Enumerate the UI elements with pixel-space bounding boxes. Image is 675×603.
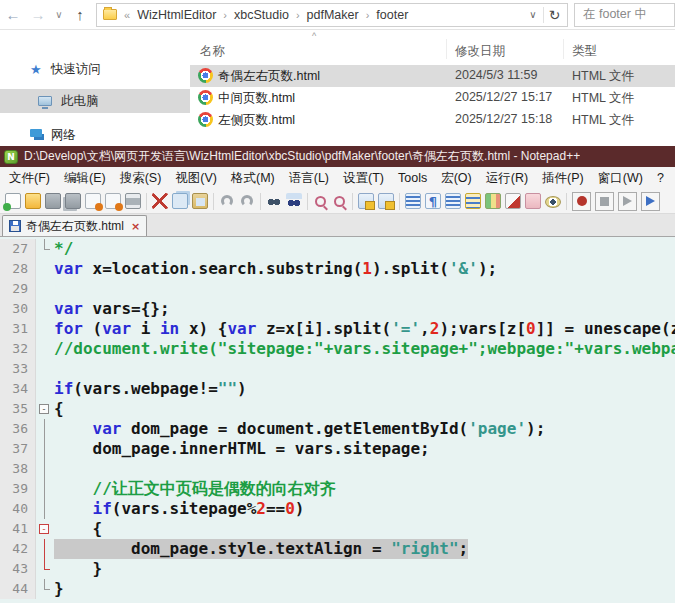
address-dropdown-icon[interactable]: ∨: [523, 9, 543, 20]
show-all-chars-icon[interactable]: ¶: [425, 193, 441, 209]
breadcrumb-segment[interactable]: footer: [376, 8, 408, 22]
menu-F[interactable]: 文件(F): [2, 167, 57, 189]
search-box[interactable]: 在 footer 中: [574, 3, 675, 27]
fold-margin[interactable]: [36, 559, 54, 579]
up-button[interactable]: ↑: [68, 6, 92, 23]
menu-E[interactable]: 编辑(E): [57, 167, 113, 189]
cut-icon[interactable]: [152, 193, 168, 209]
fold-margin[interactable]: [36, 359, 54, 379]
fold-margin[interactable]: [36, 579, 54, 599]
menu-V[interactable]: 视图(V): [168, 167, 224, 189]
code-text: var x=location.search.substring(1).split…: [54, 259, 497, 279]
paste-icon[interactable]: [192, 193, 208, 209]
fold-margin[interactable]: [36, 499, 54, 519]
sync-h-icon[interactable]: [378, 193, 394, 209]
code-segment: if(vars.sitepage%2==0): [54, 499, 304, 519]
code-text: dom_page.style.textAlign = "right";: [54, 539, 468, 559]
menu-?[interactable]: ?: [650, 167, 671, 189]
refresh-icon[interactable]: ↻: [543, 7, 565, 23]
file-row[interactable]: 左侧页数.html2025/12/27 15:18HTML 文件: [190, 109, 675, 131]
sync-v-icon[interactable]: [358, 193, 374, 209]
undo-icon[interactable]: [221, 195, 233, 207]
save-icon[interactable]: [45, 193, 61, 209]
function-list-icon[interactable]: [465, 193, 481, 209]
token-default: (: [83, 319, 102, 338]
fold-margin[interactable]: [36, 379, 54, 399]
fold-margin[interactable]: [36, 479, 54, 499]
sidebar-item-label: 网络: [51, 127, 76, 144]
column-header-date[interactable]: 修改日期: [455, 43, 505, 60]
fold-margin[interactable]: [36, 459, 54, 479]
fold-margin[interactable]: [36, 299, 54, 319]
copy-icon[interactable]: [172, 193, 188, 209]
code-editor[interactable]: 27*/28var x=location.search.substring(1)…: [0, 237, 675, 603]
close-file-icon[interactable]: [85, 193, 101, 209]
fold-margin[interactable]: [36, 539, 54, 559]
play-macro-icon[interactable]: [623, 196, 632, 206]
print-icon[interactable]: [125, 193, 141, 209]
tab-close-icon[interactable]: ×: [129, 221, 140, 232]
fold-toggle-icon[interactable]: -: [39, 404, 49, 414]
file-row[interactable]: 奇偶左右页数.html2024/5/3 11:59HTML 文件: [190, 65, 675, 87]
sidebar-item-1[interactable]: ★快速访问: [0, 57, 190, 81]
breadcrumb-segment[interactable]: WizHtmlEditor: [137, 8, 216, 22]
tab-active-file[interactable]: 奇偶左右页数.html ×: [2, 215, 147, 236]
zoom-in-icon[interactable]: [315, 196, 326, 207]
fold-margin[interactable]: [36, 239, 54, 259]
folder-workspace-icon[interactable]: [525, 193, 541, 209]
find-icon[interactable]: [266, 193, 282, 209]
fold-margin[interactable]: [36, 419, 54, 439]
record-macro-icon[interactable]: [577, 196, 587, 206]
menu-T[interactable]: 设置(T): [336, 167, 391, 189]
menu-M[interactable]: 格式(M): [224, 167, 282, 189]
sidebar-item-3[interactable]: 网络: [0, 123, 190, 147]
breadcrumb-segment[interactable]: xbcStudio: [234, 8, 289, 22]
view-browser-icon[interactable]: [545, 196, 561, 208]
column-header-type[interactable]: 类型: [572, 43, 597, 60]
menu-L[interactable]: 语言(L): [282, 167, 336, 189]
zoom-out-icon[interactable]: [334, 196, 345, 207]
play-macro-button[interactable]: [618, 192, 637, 211]
notepad-titlebar[interactable]: N D:\Develop\文档\网页开发语言\WizHtmlEditor\xbc…: [0, 146, 675, 167]
doc-switcher-icon[interactable]: [505, 193, 521, 209]
breadcrumb-segment[interactable]: pdfMaker: [307, 8, 359, 22]
column-header-name[interactable]: 名称: [200, 43, 225, 60]
doc-map-icon[interactable]: [485, 193, 501, 209]
code-text: for (var i in x) {var z=x[i].split('=',2…: [54, 319, 675, 339]
replace-icon[interactable]: [286, 193, 302, 209]
run-macro-multi-button[interactable]: [641, 192, 660, 211]
fold-margin[interactable]: [36, 319, 54, 339]
stop-macro-button[interactable]: [595, 192, 614, 211]
screen: ← → ∨ ↑ «WizHtmlEditor›xbcStudio›pdfMake…: [0, 0, 675, 603]
forward-button[interactable]: →: [26, 6, 50, 23]
menu-P[interactable]: 插件(P): [535, 167, 591, 189]
file-row[interactable]: 中间页数.html2025/12/27 15:17HTML 文件: [190, 87, 675, 109]
save-all-icon[interactable]: [65, 193, 81, 209]
fold-margin[interactable]: [36, 279, 54, 299]
menu-S[interactable]: 搜索(S): [113, 167, 169, 189]
indent-guide-icon[interactable]: [445, 193, 461, 209]
address-bar[interactable]: «WizHtmlEditor›xbcStudio›pdfMaker›footer…: [96, 3, 568, 27]
close-all-icon[interactable]: [105, 193, 121, 209]
fold-margin[interactable]: -: [36, 519, 54, 539]
history-dropdown-icon[interactable]: ∨: [50, 9, 68, 20]
redo-icon[interactable]: [241, 195, 253, 207]
new-file-icon[interactable]: [5, 193, 21, 209]
stop-macro-icon[interactable]: [600, 197, 609, 206]
fold-toggle-icon[interactable]: -: [39, 524, 49, 534]
sidebar-item-2[interactable]: 此电脑: [0, 89, 190, 113]
word-wrap-icon[interactable]: [405, 193, 421, 209]
fold-margin[interactable]: -: [36, 399, 54, 419]
menu-O[interactable]: 宏(O): [434, 167, 479, 189]
back-button[interactable]: ←: [0, 6, 26, 23]
run-macro-multi-icon[interactable]: [646, 196, 655, 206]
menu-R[interactable]: 运行(R): [479, 167, 535, 189]
fold-margin[interactable]: [36, 339, 54, 359]
fold-margin[interactable]: [36, 259, 54, 279]
code-line: 39 //让正文中页码是偶数的向右对齐: [0, 479, 675, 499]
open-file-icon[interactable]: [25, 193, 41, 209]
record-macro-button[interactable]: [572, 192, 591, 211]
menu-W[interactable]: 窗口(W): [591, 167, 650, 189]
fold-margin[interactable]: [36, 439, 54, 459]
menu-Tools[interactable]: Tools: [391, 167, 434, 189]
